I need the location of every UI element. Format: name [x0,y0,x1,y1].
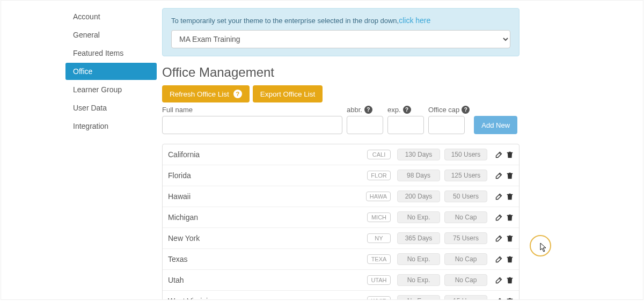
trash-icon[interactable] [506,151,514,159]
edit-icon[interactable] [495,234,503,243]
fullname-input[interactable] [162,116,342,134]
table-row: West VirginiaWVIRNo Exp.15 Users [163,291,519,300]
table-row: FloridaFLOR98 Days125 Users [163,165,519,186]
office-abbr-badge: MICH [367,212,391,222]
office-cap-pill: No Cap [444,253,487,265]
office-exp-pill: No Exp. [397,274,440,286]
office-cap-pill: 15 Users [444,295,487,300]
office-name: Hawaii [168,192,366,201]
help-icon[interactable]: ? [403,106,411,114]
office-exp-pill: 130 Days [397,149,440,160]
edit-icon[interactable] [495,172,503,180]
export-office-list-label: Export Office List [260,90,316,98]
toolbar: Refresh Office List ? Export Office List [162,85,519,102]
export-office-list-button[interactable]: Export Office List [253,85,323,102]
sidebar-item-learner-group[interactable]: Learner Group [65,81,157,98]
page-title: Office Management [162,65,519,80]
help-icon[interactable]: ? [364,106,372,114]
office-name: Florida [168,171,367,180]
trash-icon[interactable] [506,172,514,180]
office-name: Utah [168,276,367,284]
office-name: West Virginia [168,297,367,300]
table-row: TexasTEXANo Exp.No Cap [163,249,519,270]
theme-select[interactable]: MA Exam Training [171,30,510,48]
office-name: New York [168,234,367,243]
office-abbr-badge: NY [367,233,391,243]
theme-alert: To temporarily set your theme to the ent… [162,8,519,56]
table-row: New YorkNY365 Days75 Users [163,228,519,249]
cap-input[interactable] [428,116,465,134]
sidebar-item-integration[interactable]: Integration [65,118,157,135]
trash-icon[interactable] [506,255,514,263]
abbr-label: abbr. [347,106,362,114]
sidebar-item-office[interactable]: Office [65,63,157,80]
theme-alert-link[interactable]: click here [399,16,430,25]
office-name: Texas [168,255,367,263]
table-row: HawaiiHAWA200 Days50 Users [163,186,519,207]
edit-icon[interactable] [495,151,503,159]
trash-icon[interactable] [506,297,514,300]
exp-label: exp. [387,106,401,114]
office-exp-pill: No Exp. [397,295,440,300]
office-exp-pill: No Exp. [397,253,440,265]
table-row: CaliforniaCALI130 Days150 Users [163,144,519,165]
table-row: UtahUTAHNo Exp.No Cap [163,270,519,291]
sidebar-item-featured-items[interactable]: Featured Items [65,45,157,62]
office-cap-pill: 75 Users [444,232,487,244]
theme-alert-text: To temporarily set your theme to the ent… [171,17,399,25]
office-abbr-badge: CALI [367,150,391,159]
fullname-label: Full name [162,106,342,114]
office-cap-pill: No Cap [444,274,487,286]
office-exp-pill: 365 Days [397,232,440,244]
trash-icon[interactable] [506,193,514,201]
office-cap-pill: 125 Users [444,170,487,181]
trash-icon[interactable] [506,214,514,222]
add-office-form: Full name abbr. ? exp. ? [162,106,519,134]
cap-label: Office cap [428,106,459,114]
office-cap-pill: No Cap [444,211,487,223]
help-icon: ? [233,90,242,98]
office-exp-pill: 200 Days [397,190,440,202]
abbr-input[interactable] [347,116,383,134]
sidebar-item-account[interactable]: Account [65,8,157,25]
table-row: MichiganMICHNo Exp.No Cap [163,207,519,228]
trash-icon[interactable] [506,276,514,284]
edit-icon[interactable] [495,214,503,222]
add-new-button[interactable]: Add New [474,116,517,134]
office-exp-pill: 98 Days [397,170,440,181]
office-name: Michigan [168,213,367,222]
office-abbr-badge: UTAH [367,275,391,285]
trash-icon[interactable] [506,234,514,243]
office-table: CaliforniaCALI130 Days150 UsersFloridaFL… [162,144,519,300]
edit-icon[interactable] [495,297,503,300]
office-abbr-badge: TEXA [367,254,391,264]
refresh-office-list-label: Refresh Office List [170,90,229,98]
office-abbr-badge: HAWA [366,192,391,201]
office-name: California [168,150,367,159]
sidebar: Account General Featured Items Office Le… [1,8,162,300]
edit-icon[interactable] [495,276,503,284]
office-abbr-badge: WVIR [367,296,391,300]
office-cap-pill: 50 Users [444,190,487,202]
sidebar-item-user-data[interactable]: User Data [65,99,157,116]
help-icon[interactable]: ? [462,106,470,114]
refresh-office-list-button[interactable]: Refresh Office List ? [162,85,250,102]
edit-icon[interactable] [495,193,503,201]
main-content: To temporarily set your theme to the ent… [162,8,643,300]
exp-input[interactable] [387,116,424,134]
office-cap-pill: 150 Users [444,149,487,160]
office-abbr-badge: FLOR [367,171,391,180]
office-exp-pill: No Exp. [397,211,440,223]
sidebar-item-general[interactable]: General [65,26,157,43]
edit-icon[interactable] [495,255,503,263]
